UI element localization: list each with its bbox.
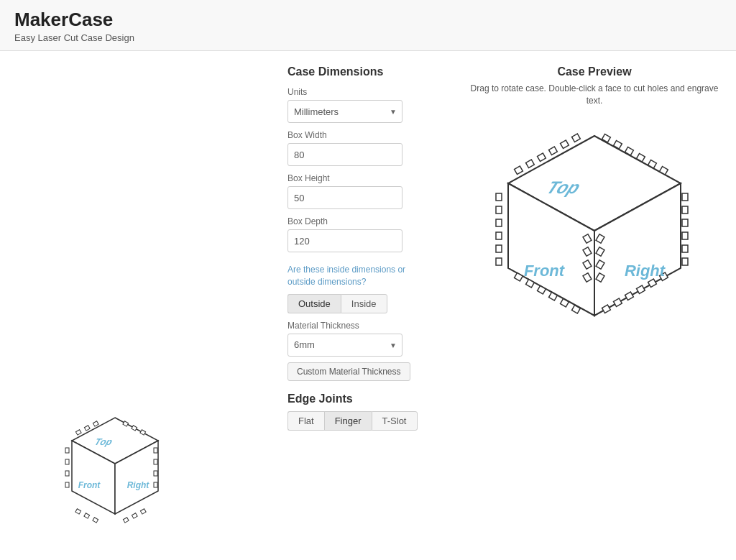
svg-text:Front: Front <box>78 480 101 490</box>
edge-joints-toggle-group: Flat Finger T-Slot <box>288 411 431 431</box>
svg-text:Right: Right <box>625 262 666 280</box>
units-select-wrapper: Millimeters Inches ▼ <box>288 100 402 123</box>
app-header: MakerCase Easy Laser Cut Case Design <box>0 0 736 51</box>
units-label: Units <box>288 87 431 97</box>
svg-rect-50 <box>682 232 688 239</box>
material-thickness-label: Material Thickness <box>288 321 431 331</box>
material-thickness-select[interactable]: 3mm 6mm 9mm 12mm <box>288 334 402 357</box>
large-box-preview[interactable]: Top Front Right <box>472 121 717 344</box>
svg-rect-14 <box>154 459 157 464</box>
svg-rect-29 <box>515 166 523 174</box>
app-title: MakerCase <box>14 9 722 31</box>
svg-rect-41 <box>496 193 502 201</box>
svg-rect-9 <box>65 448 69 453</box>
svg-rect-52 <box>682 258 688 265</box>
form-panel: Case Dimensions Units Millimeters Inches… <box>288 65 446 542</box>
finger-button[interactable]: Finger <box>324 411 372 431</box>
svg-rect-31 <box>538 153 546 161</box>
outside-button[interactable]: Outside <box>288 294 341 313</box>
dimension-toggle-group: Outside Inside <box>288 294 431 313</box>
svg-rect-15 <box>154 471 157 476</box>
svg-rect-18 <box>84 513 90 518</box>
case-preview-instruction: Drag to rotate case. Double-click a face… <box>467 83 722 107</box>
svg-rect-3 <box>75 430 81 435</box>
preview-panel: Case Preview Drag to rotate case. Double… <box>446 65 722 542</box>
svg-rect-48 <box>682 206 688 214</box>
box-height-input[interactable] <box>288 186 402 209</box>
material-thickness-select-wrapper: 3mm 6mm 9mm 12mm ▼ <box>288 334 402 357</box>
svg-rect-19 <box>93 518 98 523</box>
box-width-label: Box Width <box>288 130 431 140</box>
svg-rect-42 <box>496 206 502 214</box>
svg-rect-45 <box>496 245 502 252</box>
edge-joints-title: Edge Joints <box>288 393 431 405</box>
svg-rect-5 <box>93 421 98 426</box>
box-width-input[interactable] <box>288 143 402 166</box>
svg-text:Right: Right <box>127 480 150 490</box>
svg-rect-10 <box>65 459 69 464</box>
svg-rect-43 <box>496 219 502 226</box>
svg-rect-4 <box>84 426 90 431</box>
left-spacer: Top Front Right <box>14 65 288 542</box>
inside-button[interactable]: Inside <box>341 294 387 313</box>
app-subtitle: Easy Laser Cut Case Design <box>14 32 722 43</box>
case-dimensions-title: Case Dimensions <box>288 65 431 78</box>
svg-rect-33 <box>561 140 569 148</box>
svg-rect-34 <box>572 134 581 142</box>
box-preview-area[interactable]: Top Front Right <box>467 121 722 344</box>
flat-button[interactable]: Flat <box>288 411 324 431</box>
svg-rect-51 <box>682 245 688 252</box>
case-preview-title: Case Preview <box>467 65 722 78</box>
svg-rect-11 <box>65 471 69 476</box>
svg-rect-20 <box>123 518 129 523</box>
units-select[interactable]: Millimeters Inches <box>288 100 402 123</box>
custom-thickness-button[interactable]: Custom Material Thickness <box>288 362 410 381</box>
svg-rect-49 <box>682 219 688 226</box>
tslot-button[interactable]: T-Slot <box>372 411 418 431</box>
svg-rect-47 <box>682 193 688 201</box>
svg-text:Front: Front <box>524 262 566 280</box>
dimension-question-text: Are these inside dimensions or outside d… <box>288 264 431 288</box>
svg-rect-16 <box>154 482 157 487</box>
box-height-label: Box Height <box>288 173 431 183</box>
svg-rect-32 <box>549 147 558 155</box>
small-box-preview: Top Front Right <box>58 410 172 540</box>
svg-rect-46 <box>496 258 502 265</box>
svg-rect-21 <box>132 513 137 518</box>
svg-rect-13 <box>154 448 157 453</box>
svg-rect-17 <box>75 509 81 514</box>
svg-rect-30 <box>526 160 535 167</box>
box-depth-input[interactable] <box>288 229 402 252</box>
svg-rect-12 <box>65 482 69 487</box>
box-depth-label: Box Depth <box>288 216 431 226</box>
svg-rect-44 <box>496 232 502 239</box>
svg-rect-22 <box>140 509 146 514</box>
